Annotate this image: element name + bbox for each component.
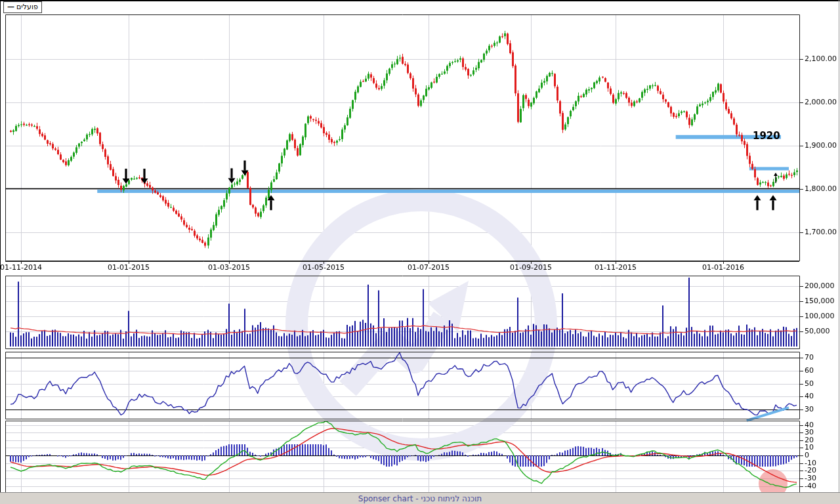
volume-panel[interactable] [5, 276, 799, 348]
footer-brand-text: Sponser chart - תוכנה לניתוח טכני [358, 494, 482, 503]
price-panel[interactable] [5, 14, 799, 261]
series-line-marker: — [7, 3, 14, 11]
macd-panel[interactable] [5, 421, 799, 492]
series-legend[interactable]: — פועלים [3, 1, 42, 13]
footer-bar: Sponser chart - תוכנה לניתוח טכני [0, 492, 840, 504]
series-name-label: פועלים [16, 3, 38, 11]
rsi-panel[interactable] [5, 352, 799, 419]
chart-window: — פועלים 1920 2,100.002,000.001,900.001,… [0, 0, 840, 504]
resistance-price-label: 1920 [753, 130, 780, 142]
